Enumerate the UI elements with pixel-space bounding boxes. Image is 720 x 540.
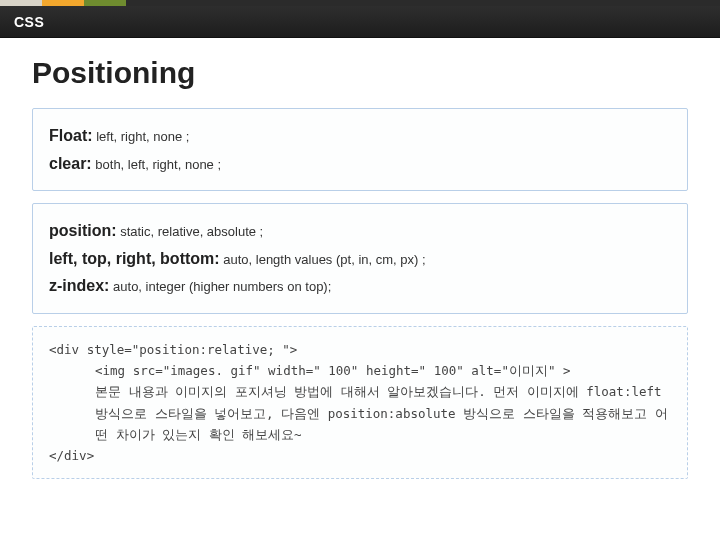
box-float-clear: Float: left, right, none ; clear: both, … bbox=[32, 108, 688, 191]
prop-ltrb: left, top, right, bottom: bbox=[49, 250, 220, 267]
code-line-3: 본문 내용과 이미지의 포지셔닝 방법에 대해서 알아보겠습니다. 먼저 이미지… bbox=[49, 381, 671, 445]
accent-seg bbox=[0, 0, 42, 6]
vals-float: left, right, none ; bbox=[93, 129, 190, 144]
title-bar-label: CSS bbox=[14, 14, 44, 30]
vals-position: static, relative, absolute ; bbox=[117, 224, 264, 239]
vals-ltrb: auto, length values (pt, in, cm, px) ; bbox=[220, 252, 426, 267]
row-ltrb: left, top, right, bottom: auto, length v… bbox=[49, 246, 671, 272]
page-title: Positioning bbox=[32, 56, 688, 90]
row-float: Float: left, right, none ; bbox=[49, 123, 671, 149]
box-position: position: static, relative, absolute ; l… bbox=[32, 203, 688, 314]
accent-bar bbox=[0, 0, 720, 6]
accent-seg bbox=[42, 0, 84, 6]
vals-clear: both, left, right, none ; bbox=[92, 157, 221, 172]
prop-position: position: bbox=[49, 222, 117, 239]
prop-zindex: z-index: bbox=[49, 277, 109, 294]
content-area: Positioning Float: left, right, none ; c… bbox=[0, 38, 720, 479]
vals-zindex: auto, integer (higher numbers on top); bbox=[109, 279, 331, 294]
prop-float: Float: bbox=[49, 127, 93, 144]
code-line-1: <div style="position:relative; "> bbox=[49, 342, 297, 357]
box-code-example: <div style="position:relative; "> <img s… bbox=[32, 326, 688, 480]
row-zindex: z-index: auto, integer (higher numbers o… bbox=[49, 273, 671, 299]
code-line-4: </div> bbox=[49, 448, 94, 463]
row-position: position: static, relative, absolute ; bbox=[49, 218, 671, 244]
row-clear: clear: both, left, right, none ; bbox=[49, 151, 671, 177]
title-bar: CSS bbox=[0, 6, 720, 38]
accent-seg bbox=[126, 0, 720, 6]
code-line-2: <img src="images. gif" width=" 100" heig… bbox=[49, 360, 671, 381]
prop-clear: clear: bbox=[49, 155, 92, 172]
accent-seg bbox=[84, 0, 126, 6]
